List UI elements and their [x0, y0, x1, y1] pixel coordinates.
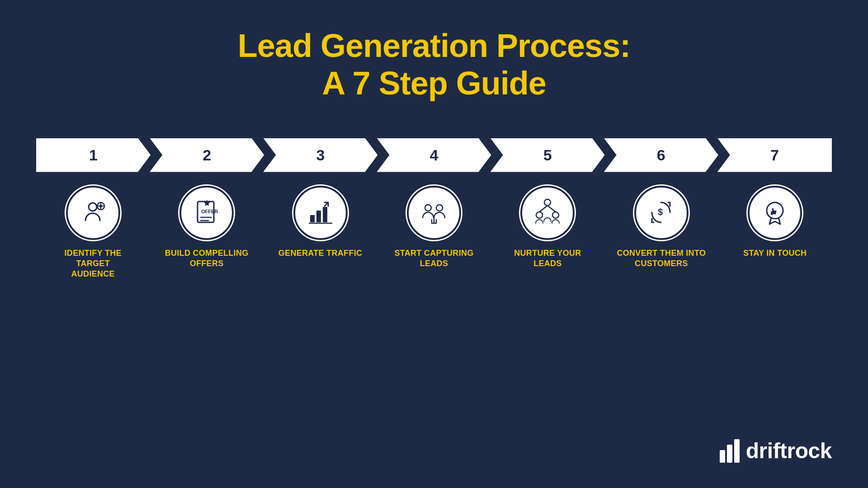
step-5-icon-circle — [520, 186, 575, 240]
step-5: NURTURE YOURLEADS — [502, 186, 593, 280]
step-2-icon-circle: OFFER — [179, 186, 234, 240]
step-1-label: IDENTIFY THE TARGETAUDIENCE — [48, 248, 138, 280]
stay-in-touch-icon — [760, 198, 790, 227]
generate-traffic-icon — [306, 198, 335, 227]
step-3-label: GENERATE TRAFFIC — [278, 248, 362, 258]
svg-text:$: $ — [658, 207, 663, 217]
step-4-label: START CAPTURINGLEADS — [394, 248, 473, 269]
capturing-leads-icon — [419, 198, 448, 227]
step-3: GENERATE TRAFFIC — [275, 186, 366, 280]
step-6: $ CONVERT THEM INTOCUSTOMERS — [616, 186, 707, 280]
step-1-icon-circle — [66, 186, 120, 240]
step-1: IDENTIFY THE TARGETAUDIENCE — [48, 186, 138, 280]
svg-point-17 — [536, 212, 542, 218]
arrows-row: 1 2 3 4 5 6 7 — [36, 138, 832, 172]
brand-logo-icon — [720, 439, 740, 463]
step-5-label: NURTURE YOURLEADS — [514, 248, 581, 269]
svg-point-13 — [425, 205, 431, 211]
brand-section: driftrock — [720, 438, 832, 463]
step-arrow-3: 3 — [263, 138, 377, 172]
nurture-leads-icon — [533, 198, 562, 227]
step-7: STAY IN TOUCH — [730, 186, 820, 280]
step-arrow-2: 2 — [150, 138, 264, 172]
step-3-icon-circle — [293, 186, 348, 240]
step-4: START CAPTURINGLEADS — [389, 186, 479, 280]
process-section: 1 2 3 4 5 6 7 IDENTIFY THE TA — [36, 138, 832, 280]
step-6-label: CONVERT THEM INTOCUSTOMERS — [617, 248, 706, 269]
step-2: OFFER BUILD COMPELLINGOFFERS — [161, 186, 252, 280]
title-line2: A 7 Step Guide — [322, 65, 546, 101]
compelling-offers-icon: OFFER — [192, 198, 222, 227]
step-arrow-1: 1 — [36, 138, 151, 172]
brand-name: driftrock — [746, 438, 832, 463]
svg-line-20 — [547, 206, 556, 212]
svg-rect-9 — [310, 215, 315, 222]
svg-line-19 — [539, 206, 547, 212]
main-title: Lead Generation Process: A 7 Step Guide — [238, 27, 630, 102]
title-section: Lead Generation Process: A 7 Step Guide — [238, 27, 630, 102]
steps-row: IDENTIFY THE TARGETAUDIENCE OFFER BUILD … — [36, 186, 832, 280]
svg-point-14 — [436, 205, 443, 211]
step-4-icon-circle — [407, 186, 461, 240]
svg-point-18 — [552, 212, 559, 218]
svg-rect-10 — [316, 211, 321, 222]
convert-customers-icon: $ — [646, 198, 676, 227]
svg-point-4 — [99, 205, 102, 207]
logo-bar-1 — [720, 450, 725, 463]
svg-rect-11 — [323, 207, 327, 222]
logo-bar-3 — [734, 439, 740, 463]
step-arrow-7: 7 — [717, 138, 832, 172]
step-6-icon-circle: $ — [634, 186, 689, 240]
step-arrow-4: 4 — [377, 138, 491, 172]
svg-point-16 — [544, 199, 551, 206]
step-2-label: BUILD COMPELLINGOFFERS — [165, 248, 249, 269]
target-audience-icon — [78, 198, 108, 227]
svg-rect-23 — [771, 211, 773, 215]
logo-bar-2 — [727, 445, 732, 463]
step-arrow-5: 5 — [491, 138, 605, 172]
svg-text:OFFER: OFFER — [201, 209, 218, 214]
svg-point-0 — [89, 203, 97, 211]
title-line1: Lead Generation Process: — [238, 28, 630, 64]
step-7-label: STAY IN TOUCH — [743, 248, 807, 258]
step-7-icon-circle — [748, 186, 802, 240]
step-arrow-6: 6 — [604, 138, 718, 172]
